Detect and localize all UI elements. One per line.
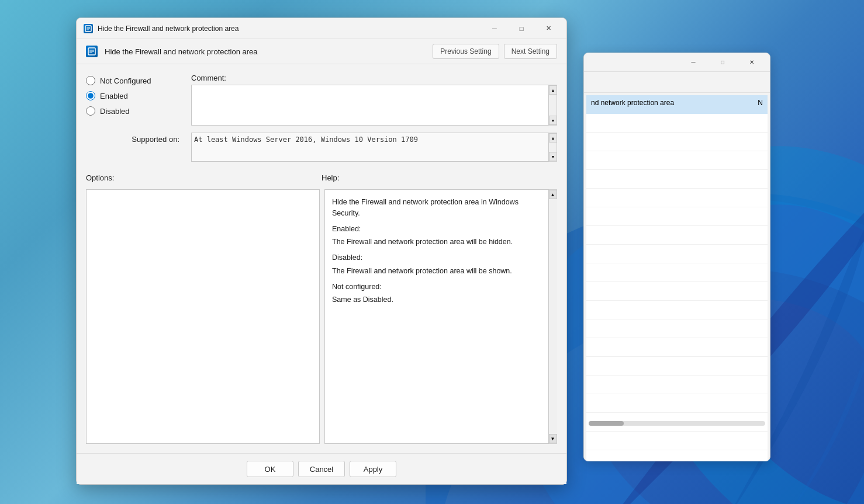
options-panel [86,189,320,444]
help-not-configured-block: Not configured: Same as Disabled. [332,281,541,306]
dialog-footer: OK Cancel Apply [77,453,566,484]
bg-window-titlebar: ─ □ ✕ [584,53,770,72]
comment-wrapper: ▲ ▼ [191,85,557,126]
radio-disabled[interactable]: Disabled [86,106,179,116]
help-not-configured-heading: Not configured: [332,281,541,293]
radio-not-configured-label: Not Configured [100,77,151,85]
nav-buttons: Previous Setting Next Setting [433,44,557,59]
policy-dialog: Hide the Firewall and network protection… [76,18,567,485]
top-section: Not Configured Enabled Disabled Comment: [86,74,557,126]
bg-scrollbar [589,421,765,426]
supported-scroll-up[interactable]: ▲ [549,133,557,142]
help-disabled-block: Disabled: The Firewall and network prote… [332,252,541,277]
help-disabled-text: The Firewall and network protection area… [332,266,541,277]
bg-list-item-18 [586,432,768,450]
bg-list-item-7 [586,226,768,245]
dialog-header: Hide the Firewall and network protection… [77,39,566,64]
help-intro-text: Hide the Firewall and network protection… [332,197,541,219]
comment-scroll-up[interactable]: ▲ [549,85,557,95]
bg-list-item-3 [586,151,768,170]
help-panel: Hide the Firewall and network protection… [324,189,549,444]
bg-list-item-10 [586,282,768,301]
bg-list-item-12 [586,319,768,338]
supported-on-label: Supported on: [86,133,179,144]
dialog-titlebar: Hide the Firewall and network protection… [77,18,566,39]
next-setting-button[interactable]: Next Setting [504,44,557,59]
bg-row-col: N [758,99,763,107]
comment-scroll-down[interactable]: ▼ [549,116,557,125]
background-window: ─ □ ✕ nd network protection area N [583,53,770,461]
radio-not-configured[interactable]: Not Configured [86,76,179,85]
bg-list-item-2 [586,133,768,151]
dialog-title-text: Hide the Firewall and network protection… [98,25,481,33]
bg-close-button[interactable]: ✕ [738,53,765,72]
help-scroll-track [549,199,557,434]
radio-enabled-input[interactable] [86,91,95,100]
help-scrollbar: ▲ ▼ [549,189,557,444]
comment-scroll-track [549,95,557,116]
dialog-header-title: Hide the Firewall and network protection… [105,47,426,56]
bg-list-item-1 [586,114,768,133]
help-enabled-text: The Firewall and network protection area… [332,237,541,248]
bg-list-item-16 [586,394,768,413]
cancel-button[interactable]: Cancel [298,461,345,477]
bg-list-item-6 [586,207,768,226]
help-scroll-down[interactable]: ▼ [549,434,557,443]
comment-section: Comment: ▲ ▼ [191,74,557,126]
supported-scroll-down[interactable]: ▼ [549,152,557,161]
options-help-content: Hide the Firewall and network protection… [86,189,557,444]
radio-not-configured-input[interactable] [86,76,95,85]
bg-minimize-button[interactable]: ─ [680,53,707,72]
supported-on-value [191,133,549,162]
supported-scrollbar: ▲ ▼ [549,133,557,162]
help-enabled-block: Enabled: The Firewall and network protec… [332,224,541,248]
bg-list-item-9 [586,263,768,282]
bg-list-item-14 [586,357,768,376]
comment-scrollbar: ▲ ▼ [549,85,557,126]
close-button[interactable]: ✕ [535,19,562,38]
radio-disabled-input[interactable] [86,106,95,116]
bg-list-item-8 [586,245,768,263]
help-intro-block: Hide the Firewall and network protection… [332,197,541,219]
bg-list-item-11 [586,301,768,319]
supported-scroll-track [549,142,557,152]
supported-on-row: Supported on: ▲ ▼ [86,133,557,162]
dialog-header-icon [86,46,98,57]
help-label: Help: [322,173,557,182]
bg-selected-row: nd network protection area N [586,95,768,114]
options-label: Options: [86,173,322,182]
maximize-button[interactable]: □ [508,19,535,38]
ok-button[interactable]: OK [247,461,293,477]
dialog-title-icon [84,24,93,33]
bg-window-controls: ─ □ ✕ [680,53,765,72]
window-controls: ─ □ ✕ [481,19,562,38]
bg-scrollbar-thumb [589,421,624,426]
bg-list-item-4 [586,170,768,189]
comment-textarea[interactable] [191,85,549,126]
radio-disabled-label: Disabled [100,107,130,116]
dialog-body: Not Configured Enabled Disabled Comment: [77,64,566,453]
bg-list-item-19 [586,450,768,461]
options-help-labels: Options: Help: [86,173,557,182]
radio-group: Not Configured Enabled Disabled [86,74,179,126]
prev-setting-button[interactable]: Previous Setting [433,44,499,59]
radio-enabled[interactable]: Enabled [86,91,179,100]
help-scroll-up[interactable]: ▲ [549,190,557,199]
help-enabled-heading: Enabled: [332,224,541,235]
bg-window-toolbar [584,72,770,93]
bg-list-item-13 [586,338,768,357]
comment-label: Comment: [191,74,557,82]
help-disabled-heading: Disabled: [332,252,541,263]
bg-list-item-15 [586,376,768,394]
help-not-configured-text: Same as Disabled. [332,294,541,305]
bg-maximize-button[interactable]: □ [709,53,736,72]
radio-enabled-label: Enabled [100,92,128,100]
bg-row-text: nd network protection area [591,99,674,107]
apply-button[interactable]: Apply [350,461,396,477]
minimize-button[interactable]: ─ [481,19,508,38]
bg-list-item-5 [586,189,768,207]
help-panel-wrapper: Hide the Firewall and network protection… [324,189,557,444]
